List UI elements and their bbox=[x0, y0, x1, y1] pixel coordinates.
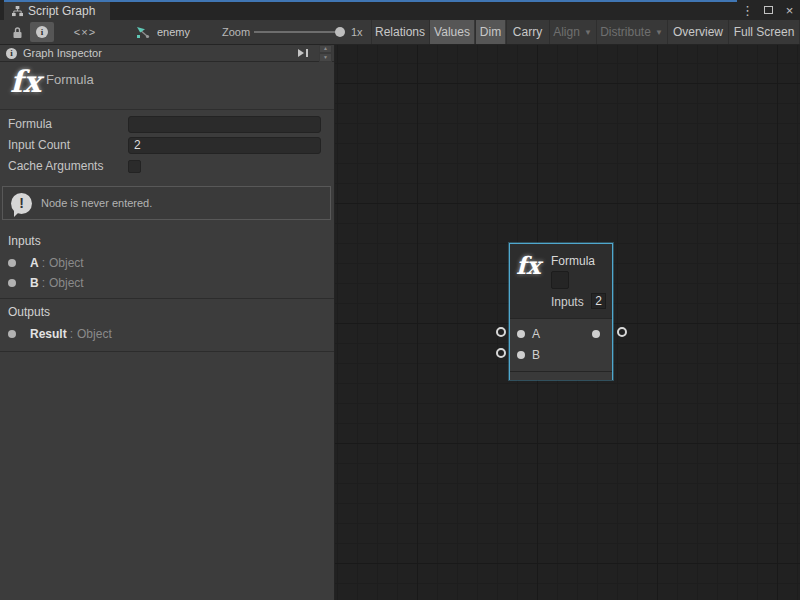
unit-fields-section: Formula Input Count Cache Arguments bbox=[0, 111, 334, 181]
unit-title-section: fx Formula bbox=[0, 62, 334, 110]
input-port-a-icon[interactable] bbox=[517, 330, 525, 338]
input-port-b-icon[interactable] bbox=[517, 351, 525, 359]
formula-node-footer bbox=[510, 371, 612, 380]
output-port-icon[interactable] bbox=[592, 330, 600, 338]
list-item: A : Object bbox=[8, 256, 84, 270]
port-name: Result bbox=[30, 327, 67, 341]
port-name: A bbox=[30, 256, 39, 270]
graph-hierarchy-icon bbox=[12, 6, 23, 17]
list-item: B : Object bbox=[8, 276, 84, 290]
port-type: Object bbox=[77, 327, 112, 341]
outputs-header: Outputs bbox=[8, 305, 50, 319]
fullscreen-button[interactable]: Full Screen bbox=[728, 20, 800, 44]
input-count-field-label: Input Count bbox=[8, 138, 128, 152]
zoom-slider-knob[interactable] bbox=[335, 27, 345, 37]
info-icon: i bbox=[6, 48, 17, 59]
carry-button[interactable]: Carry bbox=[506, 20, 548, 44]
dock-panel-button[interactable] bbox=[293, 46, 313, 61]
close-icon[interactable]: × bbox=[781, 1, 798, 19]
fx-icon: fx bbox=[516, 251, 541, 280]
formula-input[interactable] bbox=[128, 116, 321, 133]
graph-inspector-panel: i Graph Inspector ▲ ▼ fx Formula Formula bbox=[0, 45, 335, 600]
port-dot-icon bbox=[8, 279, 16, 287]
warning-text: Node is never entered. bbox=[41, 197, 152, 209]
port-type: Object bbox=[49, 276, 84, 290]
variables-toggle-button[interactable]: <×> bbox=[62, 22, 108, 42]
port-separator: : bbox=[70, 327, 73, 341]
exclamation-glyph: ! bbox=[11, 193, 32, 214]
node-title: Formula bbox=[551, 254, 595, 268]
graph-ref-label: enemy bbox=[157, 26, 190, 38]
dock-right-icon bbox=[297, 48, 309, 58]
input-port-b-label: B bbox=[532, 348, 540, 362]
dim-button[interactable]: Dim bbox=[475, 20, 505, 44]
inspector-toggle-button[interactable]: i bbox=[30, 22, 54, 42]
focus-indicator bbox=[4, 0, 737, 2]
list-item: Result : Object bbox=[8, 327, 112, 341]
inspector-header: i Graph Inspector ▲ ▼ bbox=[0, 45, 334, 62]
align-dropdown[interactable]: Align ▼ bbox=[549, 20, 595, 44]
warning-box: ! Node is never entered. bbox=[2, 186, 331, 220]
node-inputs-label: Inputs bbox=[551, 295, 584, 309]
tab-bar: Script Graph ⋮ × bbox=[0, 0, 800, 20]
node-formula-field[interactable] bbox=[551, 271, 569, 289]
port-dot-icon bbox=[8, 330, 16, 338]
info-icon: i bbox=[36, 26, 48, 38]
maximize-icon[interactable] bbox=[760, 1, 777, 19]
zoom-value: 1x bbox=[351, 20, 363, 44]
scroll-down-button[interactable]: ▼ bbox=[319, 53, 332, 62]
input-port-a-label: A bbox=[532, 327, 540, 341]
overview-button[interactable]: Overview bbox=[667, 20, 728, 44]
formula-node[interactable]: fx Formula Inputs 2 A B bbox=[509, 243, 613, 380]
script-graph-window: Script Graph ⋮ × i <×> bbox=[0, 0, 800, 600]
node-inputs-count-field[interactable]: 2 bbox=[591, 293, 606, 309]
graph-breadcrumb[interactable]: enemy bbox=[136, 20, 190, 44]
relations-button[interactable]: Relations bbox=[371, 20, 428, 44]
align-label: Align bbox=[553, 25, 580, 39]
input-proxy-port-b[interactable] bbox=[496, 348, 506, 358]
scroll-up-button[interactable]: ▲ bbox=[319, 45, 332, 54]
inputs-header: Inputs bbox=[8, 234, 41, 248]
window-controls: ⋮ × bbox=[739, 0, 798, 20]
caret-down-icon: ▼ bbox=[655, 28, 663, 37]
lock-button[interactable] bbox=[6, 22, 28, 42]
port-dot-icon bbox=[8, 259, 16, 267]
output-proxy-port[interactable] bbox=[617, 327, 627, 337]
cache-arguments-field-label: Cache Arguments bbox=[8, 159, 128, 173]
code-brackets-icon: <×> bbox=[74, 26, 96, 38]
fx-icon: fx bbox=[10, 64, 41, 99]
graph-toolbar: i <×> enemy Zoom 1x Relations Values Dim… bbox=[0, 20, 800, 45]
unit-title: Formula bbox=[46, 72, 94, 87]
input-count-input[interactable] bbox=[128, 137, 321, 154]
menu-dots-icon[interactable]: ⋮ bbox=[739, 1, 756, 19]
distribute-label: Distribute bbox=[600, 25, 651, 39]
formula-node-header: fx Formula Inputs 2 bbox=[510, 244, 612, 318]
tab-script-graph[interactable]: Script Graph bbox=[4, 2, 110, 20]
inspector-title: Graph Inspector bbox=[23, 47, 102, 59]
cache-arguments-checkbox[interactable] bbox=[128, 160, 141, 173]
values-button[interactable]: Values bbox=[429, 20, 474, 44]
tab-label: Script Graph bbox=[28, 4, 95, 18]
panel-scroll-spinners: ▲ ▼ bbox=[319, 45, 332, 62]
graph-pointer-icon bbox=[136, 26, 151, 39]
port-separator: : bbox=[42, 276, 45, 290]
zoom-slider[interactable] bbox=[254, 31, 344, 33]
lock-icon bbox=[12, 26, 23, 39]
input-proxy-port-a[interactable] bbox=[496, 327, 506, 337]
formula-field-label: Formula bbox=[8, 117, 128, 131]
caret-down-icon: ▼ bbox=[584, 28, 592, 37]
formula-node-ports: A B bbox=[510, 318, 612, 371]
warning-icon: ! bbox=[11, 193, 32, 214]
graph-canvas[interactable]: fx Formula Inputs 2 A B bbox=[335, 45, 800, 600]
port-separator: : bbox=[42, 256, 45, 270]
inputs-section: Inputs A : Object B : Object bbox=[0, 228, 334, 299]
zoom-label: Zoom bbox=[222, 20, 250, 44]
distribute-dropdown[interactable]: Distribute ▼ bbox=[596, 20, 666, 44]
port-type: Object bbox=[49, 256, 84, 270]
outputs-section: Outputs Result : Object bbox=[0, 299, 334, 352]
port-name: B bbox=[30, 276, 39, 290]
